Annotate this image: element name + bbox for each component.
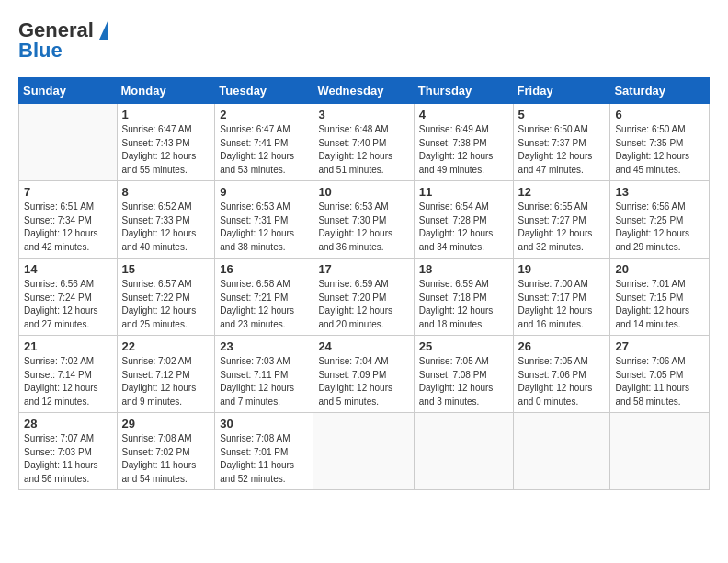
day-info: Sunrise: 7:07 AM Sunset: 7:03 PM Dayligh… — [24, 432, 112, 486]
day-number: 28 — [24, 417, 112, 431]
day-number: 3 — [318, 108, 408, 121]
day-number: 23 — [220, 339, 308, 353]
calendar-cell: 18Sunrise: 6:59 AM Sunset: 7:18 PM Dayli… — [414, 259, 513, 336]
calendar-cell: 28Sunrise: 7:07 AM Sunset: 7:03 PM Dayli… — [19, 413, 118, 490]
day-info: Sunrise: 7:02 AM Sunset: 7:12 PM Dayligh… — [122, 355, 210, 408]
day-info: Sunrise: 6:53 AM Sunset: 7:30 PM Dayligh… — [318, 201, 408, 254]
day-number: 7 — [24, 185, 112, 199]
day-number: 18 — [419, 262, 508, 276]
col-header-wednesday: Wednesday — [313, 78, 414, 104]
day-number: 6 — [615, 108, 704, 121]
day-info: Sunrise: 6:47 AM Sunset: 7:43 PM Dayligh… — [122, 123, 210, 177]
day-info: Sunrise: 6:54 AM Sunset: 7:28 PM Dayligh… — [419, 201, 508, 254]
day-number: 4 — [419, 108, 508, 121]
day-info: Sunrise: 6:58 AM Sunset: 7:21 PM Dayligh… — [220, 278, 308, 331]
day-number: 22 — [122, 339, 210, 353]
calendar-week-2: 7Sunrise: 6:51 AM Sunset: 7:34 PM Daylig… — [19, 181, 710, 259]
day-number: 20 — [615, 262, 704, 276]
day-number: 16 — [220, 262, 308, 276]
col-header-thursday: Thursday — [414, 78, 513, 104]
day-info: Sunrise: 7:03 AM Sunset: 7:11 PM Dayligh… — [220, 355, 308, 408]
day-info: Sunrise: 7:06 AM Sunset: 7:05 PM Dayligh… — [615, 355, 704, 408]
calendar-week-1: 1Sunrise: 6:47 AM Sunset: 7:43 PM Daylig… — [19, 104, 710, 181]
day-number: 5 — [518, 108, 606, 121]
calendar-cell: 4Sunrise: 6:49 AM Sunset: 7:38 PM Daylig… — [414, 104, 513, 181]
calendar-cell: 14Sunrise: 6:56 AM Sunset: 7:24 PM Dayli… — [19, 259, 118, 336]
day-number: 13 — [615, 185, 704, 199]
logo-line2: Blue — [18, 39, 63, 63]
col-header-friday: Friday — [513, 78, 610, 104]
day-number: 14 — [24, 262, 112, 276]
day-number: 21 — [24, 339, 112, 353]
day-info: Sunrise: 6:55 AM Sunset: 7:27 PM Dayligh… — [518, 201, 606, 254]
day-info: Sunrise: 6:57 AM Sunset: 7:22 PM Dayligh… — [122, 278, 210, 331]
calendar-cell: 23Sunrise: 7:03 AM Sunset: 7:11 PM Dayli… — [215, 336, 313, 413]
calendar-cell: 2Sunrise: 6:47 AM Sunset: 7:41 PM Daylig… — [215, 104, 313, 181]
calendar-cell: 6Sunrise: 6:50 AM Sunset: 7:35 PM Daylig… — [610, 104, 710, 181]
day-info: Sunrise: 6:59 AM Sunset: 7:20 PM Dayligh… — [318, 278, 408, 331]
day-info: Sunrise: 6:56 AM Sunset: 7:24 PM Dayligh… — [24, 278, 112, 331]
calendar-cell: 20Sunrise: 7:01 AM Sunset: 7:15 PM Dayli… — [610, 259, 710, 336]
calendar-cell: 21Sunrise: 7:02 AM Sunset: 7:14 PM Dayli… — [19, 336, 118, 413]
calendar-cell: 19Sunrise: 7:00 AM Sunset: 7:17 PM Dayli… — [513, 259, 610, 336]
calendar-cell: 10Sunrise: 6:53 AM Sunset: 7:30 PM Dayli… — [313, 181, 414, 259]
calendar-cell — [19, 104, 118, 181]
day-info: Sunrise: 7:02 AM Sunset: 7:14 PM Dayligh… — [24, 355, 112, 408]
day-number: 11 — [419, 185, 508, 199]
logo: General Blue — [18, 18, 108, 63]
calendar-cell: 16Sunrise: 6:58 AM Sunset: 7:21 PM Dayli… — [215, 259, 313, 336]
day-info: Sunrise: 6:50 AM Sunset: 7:37 PM Dayligh… — [518, 123, 606, 177]
calendar-cell: 24Sunrise: 7:04 AM Sunset: 7:09 PM Dayli… — [313, 336, 414, 413]
calendar-cell: 8Sunrise: 6:52 AM Sunset: 7:33 PM Daylig… — [117, 181, 215, 259]
calendar-cell: 27Sunrise: 7:06 AM Sunset: 7:05 PM Dayli… — [610, 336, 710, 413]
calendar-cell — [513, 413, 610, 490]
day-info: Sunrise: 6:56 AM Sunset: 7:25 PM Dayligh… — [615, 201, 704, 254]
day-number: 25 — [419, 339, 508, 353]
calendar-cell: 25Sunrise: 7:05 AM Sunset: 7:08 PM Dayli… — [414, 336, 513, 413]
calendar-cell: 30Sunrise: 7:08 AM Sunset: 7:01 PM Dayli… — [215, 413, 313, 490]
calendar-cell: 7Sunrise: 6:51 AM Sunset: 7:34 PM Daylig… — [19, 181, 118, 259]
day-info: Sunrise: 7:04 AM Sunset: 7:09 PM Dayligh… — [318, 355, 408, 408]
day-number: 19 — [518, 262, 606, 276]
day-info: Sunrise: 6:48 AM Sunset: 7:40 PM Dayligh… — [318, 123, 408, 177]
calendar-week-4: 21Sunrise: 7:02 AM Sunset: 7:14 PM Dayli… — [19, 336, 710, 413]
calendar-cell: 13Sunrise: 6:56 AM Sunset: 7:25 PM Dayli… — [610, 181, 710, 259]
calendar-cell: 1Sunrise: 6:47 AM Sunset: 7:43 PM Daylig… — [117, 104, 215, 181]
calendar-cell — [313, 413, 414, 490]
day-info: Sunrise: 6:59 AM Sunset: 7:18 PM Dayligh… — [419, 278, 508, 331]
calendar-cell: 3Sunrise: 6:48 AM Sunset: 7:40 PM Daylig… — [313, 104, 414, 181]
calendar-week-5: 28Sunrise: 7:07 AM Sunset: 7:03 PM Dayli… — [19, 413, 710, 490]
day-number: 12 — [518, 185, 606, 199]
day-number: 2 — [220, 108, 308, 121]
day-number: 30 — [220, 417, 308, 431]
calendar-cell: 9Sunrise: 6:53 AM Sunset: 7:31 PM Daylig… — [215, 181, 313, 259]
day-info: Sunrise: 7:08 AM Sunset: 7:02 PM Dayligh… — [122, 432, 210, 486]
day-info: Sunrise: 7:05 AM Sunset: 7:08 PM Dayligh… — [419, 355, 508, 408]
day-info: Sunrise: 6:52 AM Sunset: 7:33 PM Dayligh… — [122, 201, 210, 254]
day-number: 10 — [318, 185, 408, 199]
col-header-tuesday: Tuesday — [215, 78, 313, 104]
day-info: Sunrise: 6:51 AM Sunset: 7:34 PM Dayligh… — [24, 201, 112, 254]
day-number: 26 — [518, 339, 606, 353]
day-info: Sunrise: 7:01 AM Sunset: 7:15 PM Dayligh… — [615, 278, 704, 331]
day-number: 29 — [122, 417, 210, 431]
day-number: 27 — [615, 339, 704, 353]
calendar-cell: 5Sunrise: 6:50 AM Sunset: 7:37 PM Daylig… — [513, 104, 610, 181]
calendar-cell: 22Sunrise: 7:02 AM Sunset: 7:12 PM Dayli… — [117, 336, 215, 413]
day-number: 1 — [122, 108, 210, 121]
day-number: 15 — [122, 262, 210, 276]
calendar-cell: 29Sunrise: 7:08 AM Sunset: 7:02 PM Dayli… — [117, 413, 215, 490]
calendar-cell: 15Sunrise: 6:57 AM Sunset: 7:22 PM Dayli… — [117, 259, 215, 336]
col-header-sunday: Sunday — [19, 78, 118, 104]
calendar-week-3: 14Sunrise: 6:56 AM Sunset: 7:24 PM Dayli… — [19, 259, 710, 336]
day-info: Sunrise: 7:08 AM Sunset: 7:01 PM Dayligh… — [220, 432, 308, 486]
day-info: Sunrise: 7:05 AM Sunset: 7:06 PM Dayligh… — [518, 355, 606, 408]
day-info: Sunrise: 6:50 AM Sunset: 7:35 PM Dayligh… — [615, 123, 704, 177]
col-header-saturday: Saturday — [610, 78, 710, 104]
day-info: Sunrise: 6:49 AM Sunset: 7:38 PM Dayligh… — [419, 123, 508, 177]
day-number: 8 — [122, 185, 210, 199]
calendar-cell — [610, 413, 710, 490]
day-info: Sunrise: 7:00 AM Sunset: 7:17 PM Dayligh… — [518, 278, 606, 331]
calendar-cell — [414, 413, 513, 490]
calendar-cell: 12Sunrise: 6:55 AM Sunset: 7:27 PM Dayli… — [513, 181, 610, 259]
